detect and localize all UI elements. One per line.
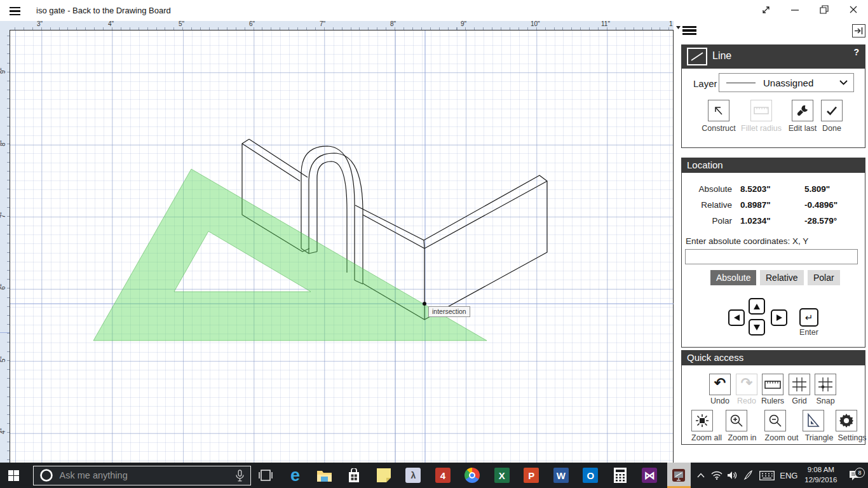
nudge-down-button[interactable] [749, 319, 765, 336]
drawing-canvas[interactable]: intersection [10, 30, 674, 463]
done-button[interactable] [821, 100, 843, 121]
tray-language-button[interactable]: ENG [778, 471, 801, 480]
help-button[interactable]: ? [853, 47, 859, 57]
mode-relative-button[interactable]: Relative [760, 270, 804, 285]
minimize-button[interactable] [785, 0, 804, 19]
taskbar-app-lambda-cube[interactable]: λ [398, 463, 428, 488]
redo-label: Redo [737, 396, 756, 405]
absolute-y-value: 5.809" [804, 184, 830, 194]
zoom-in-button[interactable] [726, 410, 747, 431]
layer-select[interactable]: Unassigned [719, 73, 854, 92]
taskbar-app-powerpoint[interactable]: P [517, 463, 546, 488]
cortana-icon [39, 468, 53, 482]
tool-section-header: Line ? [682, 45, 865, 69]
enter-label: Enter [799, 328, 818, 337]
nudge-up-button[interactable] [749, 298, 765, 315]
store-icon [347, 468, 361, 483]
tray-clock[interactable]: 9:08 AM 12/9/2016 [800, 465, 841, 485]
relative-row-label: Relative [689, 200, 732, 210]
app-window: iso gate - Back to the Drawing Board 3" … [0, 0, 868, 488]
snap-icon [818, 377, 833, 392]
ruler-tick-label: 7" [0, 212, 6, 218]
zoom-out-button[interactable] [764, 410, 786, 431]
nudge-right-button[interactable] [771, 309, 787, 326]
ruler-tick-label: 1 [669, 20, 673, 27]
taskbar-app-drawing-board-active[interactable] [667, 463, 691, 488]
quick-access-header: Quick access [682, 351, 865, 365]
redo-icon: ↷ [741, 376, 752, 390]
chevron-down-icon [839, 80, 848, 85]
sun-icon [695, 414, 709, 428]
tray-chevron-button[interactable] [693, 473, 709, 478]
action-center-button[interactable]: 8 [841, 470, 868, 481]
settings-label: Settings [837, 433, 866, 442]
ruler-tick-label: 6" [0, 284, 6, 290]
taskbar-app-excel[interactable]: X [487, 463, 517, 488]
zoom-all-button[interactable] [691, 410, 713, 431]
tray-touch-keyboard-button[interactable] [756, 471, 778, 480]
layer-linestyle-swatch [726, 83, 756, 83]
ruler-tick-label: 5" [179, 20, 184, 27]
collapse-panel-button[interactable] [852, 24, 865, 37]
clock-time: 9:08 AM [800, 465, 841, 475]
cortana-search-box[interactable]: Ask me anything [33, 466, 251, 485]
snap-label: Snap [816, 396, 834, 405]
start-button[interactable] [0, 463, 28, 488]
hamburger-icon [10, 7, 20, 15]
enter-button[interactable]: ↵ [799, 308, 818, 327]
ruler-tick-label: 6" [249, 20, 255, 27]
tray-pen-button[interactable] [740, 470, 756, 480]
app-menu-button[interactable] [10, 5, 20, 17]
rulers-label: Rulers [761, 396, 784, 405]
zoom-out-label: Zoom out [765, 433, 799, 442]
mode-polar-button[interactable]: Polar [808, 270, 840, 285]
zoom-all-label: Zoom all [691, 433, 722, 442]
construct-button[interactable] [708, 100, 729, 121]
triangle-button[interactable] [803, 410, 824, 431]
microphone-icon[interactable] [236, 470, 244, 482]
lambda-cube-icon: λ [405, 468, 421, 483]
grid-button[interactable] [789, 374, 810, 395]
word-icon: W [553, 468, 569, 483]
ruler-left: 9" 8" 7" 6" 5" 4" [0, 30, 10, 463]
relative-x-value: 0.8987" [740, 200, 771, 210]
tray-volume-button[interactable] [725, 471, 741, 480]
undo-button[interactable]: ↶ [709, 374, 731, 395]
polar-distance-value: 1.0234" [740, 216, 771, 226]
zoom-out-icon [768, 414, 782, 428]
taskbar-app-outlook[interactable]: O [576, 463, 605, 488]
edit-last-button[interactable] [792, 100, 813, 121]
rulers-button[interactable] [762, 374, 783, 395]
window-title: iso gate - Back to the Drawing Board [36, 0, 171, 21]
undo-label: Undo [710, 396, 729, 405]
snap-button[interactable] [815, 374, 836, 395]
taskbar-app-edge[interactable]: e [280, 463, 309, 488]
panel-menu-button[interactable] [676, 24, 696, 37]
taskbar-app-chrome[interactable] [458, 463, 487, 488]
taskbar-app-sticky-notes[interactable] [369, 463, 398, 488]
taskbar-app-d4[interactable]: 4 [428, 463, 458, 488]
taskbar-app-word[interactable]: W [546, 463, 576, 488]
speaker-icon [727, 471, 738, 480]
taskbar-app-calculator[interactable] [606, 463, 635, 488]
taskbar-app-store[interactable] [339, 463, 369, 488]
ruler-tick-label: 3" [37, 20, 43, 27]
close-button[interactable] [844, 0, 863, 19]
task-view-button[interactable] [251, 463, 280, 488]
crosshair-ruler-mark [0, 332, 10, 333]
fullscreen-button[interactable] [756, 0, 775, 19]
coordinates-input[interactable] [685, 249, 858, 264]
settings-button[interactable] [836, 410, 857, 431]
ruler-corner [0, 21, 10, 30]
taskbar-app-file-explorer[interactable] [310, 463, 339, 488]
mode-absolute-button[interactable]: Absolute [710, 270, 756, 285]
taskbar: Ask me anything e [0, 463, 868, 488]
taskbar-app-visual-studio[interactable]: ⋈ [635, 463, 664, 488]
restore-button[interactable] [815, 0, 834, 19]
nudge-left-button[interactable] [728, 309, 745, 326]
dropdown-triangle-icon [676, 25, 681, 30]
tray-network-button[interactable] [709, 471, 725, 480]
task-view-icon [259, 470, 273, 481]
construct-label: Construct [702, 124, 736, 133]
zoom-in-icon [729, 414, 743, 428]
